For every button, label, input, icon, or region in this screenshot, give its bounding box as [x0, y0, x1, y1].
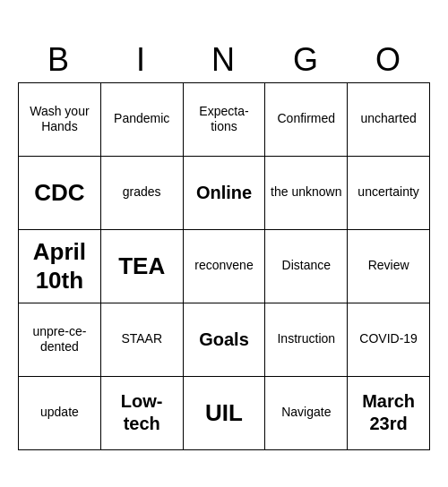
bingo-cell: Expecta-tions — [184, 83, 266, 157]
bingo-cell: uncharted — [348, 83, 430, 157]
bingo-cell: COVID-19 — [348, 303, 430, 377]
header-letter: B — [18, 38, 100, 82]
bingo-cell: update — [19, 377, 101, 450]
bingo-cell: unpre-ce-dented — [19, 303, 101, 377]
header-letter: I — [100, 38, 183, 82]
bingo-cell: uncertainty — [348, 157, 430, 230]
bingo-cell: TEA — [101, 230, 184, 303]
header-letter: N — [183, 38, 265, 82]
bingo-grid: Wash your HandsPandemicExpecta-tionsConf… — [18, 82, 430, 450]
bingo-cell: Pandemic — [101, 83, 184, 157]
header-letter: O — [348, 38, 430, 82]
bingo-cell: reconvene — [184, 230, 266, 303]
bingo-cell: Review — [348, 230, 430, 303]
bingo-cell: UIL — [184, 377, 266, 450]
bingo-cell: Low-tech — [101, 377, 184, 450]
bingo-cell: grades — [101, 157, 184, 230]
bingo-header: BINGO — [18, 38, 430, 82]
header-letter: G — [265, 38, 348, 82]
bingo-card: BINGO Wash your HandsPandemicExpecta-tio… — [18, 38, 430, 450]
bingo-cell: Online — [184, 157, 266, 230]
bingo-cell: Distance — [265, 230, 348, 303]
bingo-cell: Wash your Hands — [19, 83, 101, 157]
bingo-cell: Instruction — [265, 303, 348, 377]
bingo-cell: STAAR — [101, 303, 184, 377]
bingo-cell: Goals — [184, 303, 266, 377]
bingo-cell: Navigate — [265, 377, 348, 450]
bingo-cell: the unknown — [265, 157, 348, 230]
bingo-cell: CDC — [19, 157, 101, 230]
bingo-cell: Confirmed — [265, 83, 348, 157]
bingo-cell: April 10th — [19, 230, 101, 303]
bingo-cell: March 23rd — [348, 377, 430, 450]
